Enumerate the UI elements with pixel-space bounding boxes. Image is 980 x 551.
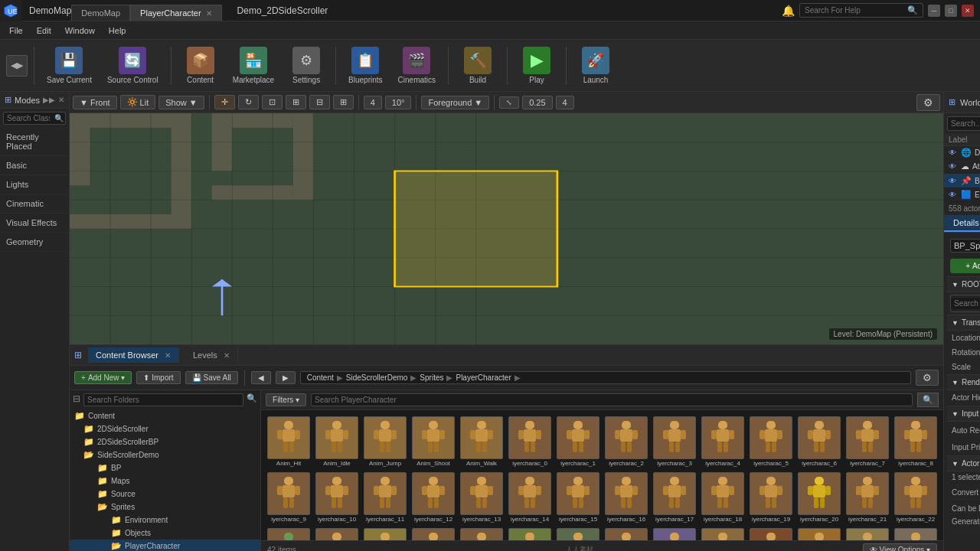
tab-levels[interactable]: Levels ✕	[185, 347, 238, 363]
asset-item[interactable]: iyercharac_31	[652, 527, 697, 540]
nav-forward-button[interactable]: ▶	[276, 371, 296, 384]
vp-tool-translate[interactable]: ✛	[214, 95, 235, 109]
sidebar-item-basic[interactable]: Basic	[0, 156, 69, 175]
asset-item[interactable]: iyercharac_33	[748, 527, 794, 540]
folder-ssd[interactable]: 📂 SideScrollerDemo	[70, 448, 260, 461]
asset-item[interactable]: iyercharac_8	[893, 415, 939, 468]
asset-item[interactable]: iyercharac_6	[796, 415, 842, 468]
asset-item[interactable]: iyercharac_26	[410, 527, 456, 540]
menu-edit[interactable]: Edit	[31, 24, 57, 37]
filter-search-button[interactable]: 🔍	[917, 393, 939, 407]
input-section-header[interactable]: ▼ Input	[947, 406, 980, 422]
import-button[interactable]: ⬆ Import	[136, 371, 180, 384]
asset-item[interactable]: iyercharac_4	[700, 415, 746, 468]
asset-item[interactable]: Anim_Hit	[266, 415, 312, 468]
tab-demomap[interactable]: DemoMap	[71, 5, 130, 21]
filters-button[interactable]: Filters ▾	[266, 393, 306, 406]
asset-item[interactable]: iyercharac_24	[314, 527, 360, 540]
asset-item[interactable]: iyercharac_11	[362, 471, 408, 524]
search-playercharacter-input[interactable]	[311, 393, 913, 406]
asset-item[interactable]: iyercharac_21	[844, 471, 890, 524]
modes-expand[interactable]: ▶▶	[43, 96, 55, 104]
viewport-show-btn[interactable]: Show ▼	[158, 96, 204, 109]
asset-item[interactable]: iyercharac_34	[796, 527, 842, 540]
asset-item[interactable]: iyercharac_17	[652, 471, 697, 524]
tab-details[interactable]: Details	[944, 215, 980, 232]
asset-item[interactable]: iyercharac_36	[893, 527, 939, 540]
folder-search-input[interactable]	[83, 393, 243, 406]
asset-item[interactable]: iyercharac_1	[555, 415, 601, 468]
sidebar-item-visual-effects[interactable]: Visual Effects	[0, 214, 69, 233]
maximize-button[interactable]: □	[945, 5, 957, 17]
tab-playercharacter[interactable]: PlayerCharacter ✕	[130, 5, 221, 21]
vp-tool-extra2[interactable]: ⊟	[309, 95, 330, 109]
folder-2dss[interactable]: 📁 2DSideScroller	[70, 422, 260, 435]
vp-tool-extra1[interactable]: ⊞	[286, 95, 306, 109]
modes-close[interactable]: ✕	[58, 96, 64, 104]
asset-item[interactable]: iyercharac_9	[266, 471, 312, 524]
tab-content-browser[interactable]: Content Browser ✕	[88, 347, 179, 363]
asset-item[interactable]: iyercharac_14	[507, 471, 553, 524]
folder-content-root[interactable]: 📁 Content	[70, 409, 260, 422]
vp-layer-btn[interactable]: Foreground ▼	[421, 96, 489, 109]
eye-envtile-icon[interactable]: 👁	[949, 191, 956, 199]
add-new-button[interactable]: + Add New ▾	[74, 371, 132, 384]
sidebar-item-geometry[interactable]: Geometry	[0, 233, 69, 252]
path-options-button[interactable]: ⚙	[916, 370, 939, 386]
asset-item[interactable]: iyercharac_32	[700, 527, 746, 540]
asset-item[interactable]: iyercharac_27	[459, 527, 505, 540]
levels-tab-close-icon[interactable]: ✕	[224, 351, 230, 360]
folder-objects[interactable]: 📁 Objects	[70, 527, 260, 540]
view-options-button[interactable]: 👁 View Options ▾	[863, 543, 937, 551]
build-button[interactable]: 🔨 Build	[455, 44, 501, 87]
vp-grid-btn[interactable]: 4	[556, 96, 574, 109]
asset-item[interactable]: iyercharac_29	[555, 527, 601, 540]
asset-item[interactable]: iyercharac_25	[362, 527, 408, 540]
source-control-button[interactable]: 🔄 Source Control	[101, 44, 165, 87]
sidebar-item-recently-placed[interactable]: Recently Placed	[0, 128, 69, 156]
asset-item[interactable]: iyercharac_12	[410, 471, 456, 524]
viewport-perspective-btn[interactable]: ▼ Front	[73, 96, 117, 109]
nav-back-button[interactable]: ◀	[251, 371, 271, 384]
vp-zoom-out[interactable]: ⤡	[499, 96, 519, 109]
minimize-button[interactable]: ─	[928, 5, 940, 17]
eye-spikes2-icon[interactable]: 👁	[949, 177, 956, 185]
play-button[interactable]: ▶ Play	[514, 44, 560, 87]
viewport[interactable]: Level: DemoMap (Persistent)	[70, 113, 943, 344]
path-sprites[interactable]: Sprites	[420, 373, 443, 382]
content-button[interactable]: 📦 Content	[178, 44, 224, 87]
folder-maps[interactable]: 📁 Maps	[70, 474, 260, 487]
content-browser-tab-close-icon[interactable]: ✕	[165, 351, 171, 360]
asset-item[interactable]: iyercharac_19	[748, 471, 794, 524]
vp-snap-rotation[interactable]: 4	[364, 96, 382, 109]
marketplace-button[interactable]: 🏪 Marketplace	[227, 44, 280, 87]
viewport-lit-btn[interactable]: 🔆 Lit	[120, 95, 156, 109]
sidebar-item-lights[interactable]: Lights	[0, 175, 69, 194]
folder-2dssbp[interactable]: 📁 2DSideScrollerBP	[70, 435, 260, 448]
outliner-row-spikes2[interactable]: 👁 📌 BP_Spikes2 Edit BP_Spik	[944, 174, 980, 188]
menu-file[interactable]: File	[3, 24, 29, 37]
add-component-button[interactable]: + Add Component ▼	[950, 259, 980, 273]
menu-window[interactable]: Window	[59, 24, 101, 37]
path-playercharacter[interactable]: PlayerCharacter	[456, 373, 511, 382]
asset-item[interactable]: Anim_Shoot	[410, 415, 456, 468]
root-section-header[interactable]: ▼ ROOT (Inherited)	[947, 276, 980, 292]
actor-section-header[interactable]: ▼ Actor	[947, 455, 980, 471]
asset-item[interactable]: Anim_Walk	[459, 415, 505, 468]
asset-item[interactable]: iyercharac_28	[507, 527, 553, 540]
vp-tool-rotate[interactable]: ↻	[238, 95, 259, 109]
folder-bp[interactable]: 📁 BP	[70, 461, 260, 474]
settings-button[interactable]: ⚙ Settings	[283, 44, 329, 87]
notification-icon[interactable]: 🔔	[782, 5, 795, 17]
asset-item[interactable]: iyercharac_10	[314, 471, 360, 524]
vp-tool-extra3[interactable]: ⊞	[333, 95, 354, 109]
transform-section-header[interactable]: ▼ Transform	[947, 315, 980, 331]
asset-item[interactable]: iyercharac_3	[652, 415, 697, 468]
eye-fog-icon[interactable]: 👁	[949, 162, 956, 171]
path-content[interactable]: Content	[307, 373, 334, 382]
outliner-row-envtile[interactable]: 👁 🟦 Env_Tile_4 PaperSpriteA	[944, 188, 980, 202]
asset-item[interactable]: iyercharac_2	[603, 415, 649, 468]
cinematics-button[interactable]: 🎬 Cinematics	[392, 44, 442, 87]
folder-source[interactable]: 📁 Source	[70, 487, 260, 500]
vp-tool-scale[interactable]: ⊡	[262, 95, 283, 109]
